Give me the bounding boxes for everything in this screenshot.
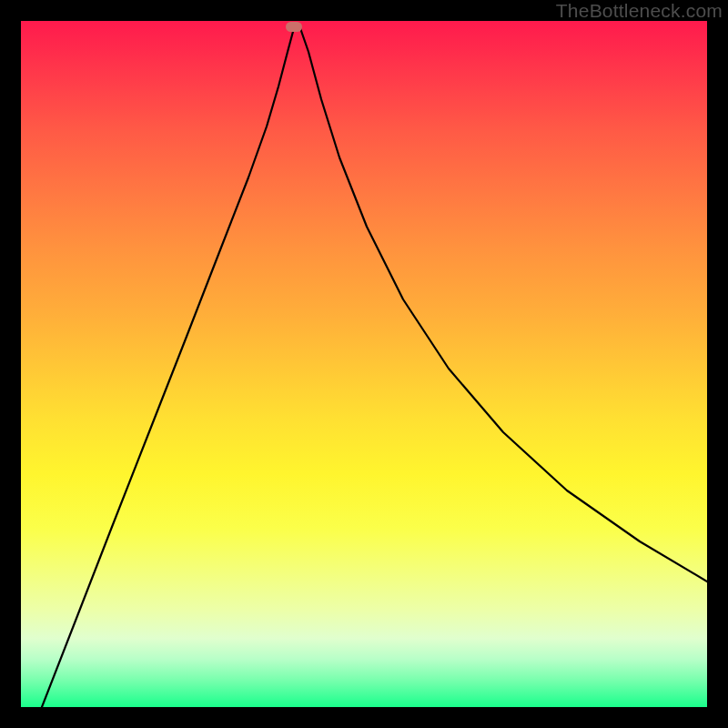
optimal-point-marker [286, 22, 302, 32]
bottleneck-curve [21, 21, 707, 707]
chart-plot-area [21, 21, 707, 707]
watermark-text: TheBottleneck.com [556, 0, 723, 22]
